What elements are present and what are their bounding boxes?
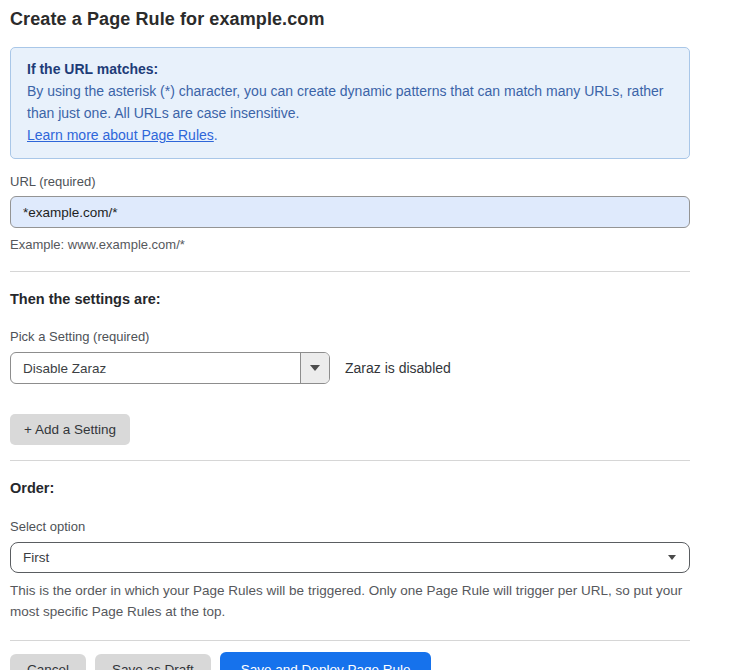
url-example-text: Example: www.example.com/*: [10, 235, 690, 255]
info-box-heading: If the URL matches:: [27, 58, 673, 80]
save-as-draft-button[interactable]: Save as Draft: [95, 654, 211, 670]
setting-select[interactable]: Disable Zaraz: [10, 352, 330, 384]
cancel-button[interactable]: Cancel: [10, 654, 86, 670]
order-select-value: First: [23, 550, 49, 565]
pick-setting-label: Pick a Setting (required): [10, 329, 690, 344]
caret-down-icon: [668, 555, 676, 560]
link-period: .: [214, 127, 218, 143]
add-setting-button[interactable]: + Add a Setting: [10, 414, 130, 445]
learn-more-link[interactable]: Learn more about Page Rules: [27, 127, 214, 143]
page-title: Create a Page Rule for example.com: [10, 9, 690, 30]
page-rule-form: Create a Page Rule for example.com If th…: [0, 0, 750, 670]
form-actions: Cancel Save as Draft Save and Deploy Pag…: [10, 652, 690, 670]
order-select[interactable]: First: [10, 542, 690, 573]
settings-section-heading: Then the settings are:: [10, 291, 690, 307]
setting-select-value: Disable Zaraz: [11, 353, 300, 383]
divider: [10, 460, 690, 461]
info-box-body: By using the asterisk (*) character, you…: [27, 80, 673, 124]
order-helper-text: This is the order in which your Page Rul…: [10, 580, 690, 622]
url-input[interactable]: [10, 196, 690, 228]
divider: [10, 640, 690, 641]
divider: [10, 271, 690, 272]
setting-select-arrow-button[interactable]: [300, 353, 329, 383]
setting-status-text: Zaraz is disabled: [345, 360, 451, 376]
order-select-label: Select option: [10, 519, 690, 534]
url-field-label: URL (required): [10, 174, 690, 189]
url-match-info-box: If the URL matches: By using the asteris…: [10, 47, 690, 159]
save-and-deploy-button[interactable]: Save and Deploy Page Rule: [220, 652, 432, 670]
order-section-heading: Order:: [10, 480, 690, 496]
info-box-link-line: Learn more about Page Rules.: [27, 124, 673, 146]
caret-down-icon: [310, 365, 320, 371]
setting-picker-row: Disable Zaraz Zaraz is disabled: [10, 352, 690, 384]
